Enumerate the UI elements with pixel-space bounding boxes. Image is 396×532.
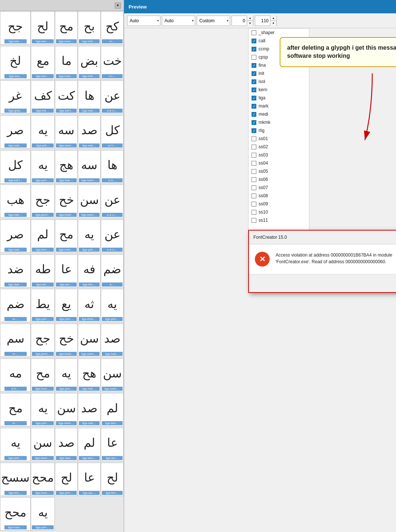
glyph-cell[interactable]: جحliga-jeem... [31, 185, 55, 218]
feature-item[interactable]: ✓kern [249, 86, 309, 94]
glyph-cell[interactable]: عنe-e-n-... [101, 219, 124, 253]
glyph-cell[interactable]: يهliga-yeh-... [78, 219, 101, 253]
glyph-cell[interactable]: ضدliga-dad-... [0, 254, 31, 288]
spinner-up-1[interactable]: ▲ [247, 16, 253, 21]
glyph-cell[interactable]: صدliga-sad-... [78, 393, 101, 426]
glyph-cell[interactable]: ختn-t-... [101, 46, 124, 79]
feature-item[interactable]: ✓medi [249, 110, 309, 118]
glyph-cell[interactable]: كلliga-kaf-l... [0, 150, 31, 184]
glyph-cell[interactable]: مححliga-mee-... [0, 497, 31, 531]
feature-item[interactable]: ss04 [249, 159, 309, 167]
feature-item[interactable]: ss01 [249, 135, 309, 143]
glyph-cell[interactable]: خحliga-khah... [55, 324, 78, 357]
glyph-cell[interactable]: كتliga-kaf-t... [55, 80, 78, 114]
feature-item[interactable]: ✓rlig [249, 126, 309, 135]
feature-item[interactable]: ✓mkmk [249, 118, 309, 126]
glyph-cell[interactable]: لخliga-kha... [0, 46, 31, 79]
glyph-cell[interactable]: هبliga-hah-... [0, 185, 31, 218]
number-input-1[interactable] [232, 17, 247, 24]
glyph-cell[interactable]: كلa-f-l-... [101, 115, 124, 149]
glyph-cell[interactable]: مححliga-mee-... [31, 463, 55, 496]
glyph-cell[interactable]: صرliga-sad-... [0, 219, 31, 253]
glyph-cell[interactable]: ثهliga-theh-... [78, 289, 101, 322]
glyph-cell[interactable]: يهliga-yeh-... [31, 497, 55, 531]
spinner-down-2[interactable]: ▼ [270, 20, 276, 26]
glyph-cell[interactable]: سنliga-seen-... [101, 358, 124, 392]
glyph-cell[interactable]: هجliga-hah-... [55, 150, 78, 184]
glyph-cell[interactable]: يهliga-yeh-... [31, 393, 55, 426]
feature-item[interactable]: ss03 [249, 151, 309, 159]
glyph-cell[interactable]: سنliga-seen-... [78, 324, 101, 357]
glyph-cell[interactable]: يهliga-yeh-... [101, 289, 124, 322]
glyph-cell[interactable]: عاliga-ain-... [55, 254, 78, 288]
glyph-cell[interactable]: جحliga-kaf-... [0, 11, 31, 44]
glyph-cell[interactable]: لمliga-lam-... [101, 393, 124, 426]
number-input-2[interactable] [255, 17, 270, 24]
custom-select[interactable]: Custom Default None [197, 16, 230, 26]
feature-item[interactable]: ss02 [249, 143, 309, 151]
glyph-cell[interactable]: سنliga-seen-... [31, 428, 55, 461]
spinner-down-1[interactable]: ▼ [247, 20, 253, 26]
auto-select-2[interactable]: Auto Manual [162, 16, 195, 26]
glyph-cell[interactable]: سهliga-seen... [55, 115, 78, 149]
glyph-cell[interactable]: صرliga-sad-... [0, 115, 31, 149]
glyph-cell[interactable]: محliga-mee-... [31, 358, 55, 392]
spinner-up-2[interactable]: ▲ [270, 16, 276, 21]
feature-item[interactable]: ✓init [249, 69, 309, 77]
glyph-cell[interactable]: سمm-... [0, 324, 31, 357]
glyph-cell[interactable]: يعliga-yeh-... [55, 289, 78, 322]
feature-item[interactable]: ss07 [249, 184, 309, 192]
glyph-cell[interactable]: محm-... [0, 393, 31, 426]
feature-item[interactable]: _shaper [249, 29, 309, 37]
glyph-cell[interactable]: لحliga-feh-... [101, 463, 124, 496]
glyph-cell[interactable]: فهliga-feh-... [78, 254, 101, 288]
glyph-cell[interactable]: سنliga-seen-... [78, 185, 101, 218]
glyph-cell[interactable]: جحliga-jeem... [31, 324, 55, 357]
glyph-cell[interactable]: عاliga-ain-... [101, 428, 124, 461]
glyph-cell[interactable]: محliga-mee-... [55, 219, 78, 253]
glyph-cell[interactable]: خحliga-khah... [55, 185, 78, 218]
feature-item[interactable]: ✓isol [249, 77, 309, 86]
feature-item[interactable]: ss06 [249, 175, 309, 184]
glyph-cell[interactable]: سنliga-seen-... [55, 393, 78, 426]
glyph-cell[interactable]: عنe-e-n-... [101, 80, 124, 114]
glyph-cell[interactable]: عاliga-ain-... [78, 463, 101, 496]
glyph-cell[interactable]: ماliga-mee-... [55, 46, 78, 79]
glyph-cell[interactable]: هحliga-hah-... [78, 358, 101, 392]
feature-item[interactable]: ✓liga [249, 94, 309, 102]
glyph-cell[interactable]: غرliga-ghai... [0, 80, 31, 114]
glyph-cell[interactable]: بحliga-heh-... [78, 11, 101, 44]
glyph-cell[interactable]: محliga-mee-... [55, 11, 78, 44]
glyph-cell[interactable]: صدliga-sad-... [101, 324, 124, 357]
glyph-cell[interactable]: يهliga-yeh-... [31, 150, 55, 184]
glyph-cell[interactable]: صدliga-sad-... [55, 428, 78, 461]
glyph-cell[interactable]: لحliga-yeh-... [55, 463, 78, 496]
glyph-cell[interactable]: صدliga-sad-... [78, 115, 101, 149]
glyph-cell[interactable]: سهliga-seen-... [78, 150, 101, 184]
glyph-cell[interactable]: يهliga-yeh... [31, 115, 55, 149]
glyph-cell[interactable]: عنe-e-n-... [101, 185, 124, 218]
glyph-cell[interactable]: لمliga-lam-... [78, 428, 101, 461]
glyph-cell[interactable]: هاe-h-... [101, 150, 124, 184]
glyph-cell[interactable]: يهliga-yeh-... [55, 358, 78, 392]
glyph-cell[interactable]: يهliga-yeh-... [0, 428, 31, 461]
glyph-cell[interactable]: كفliga-kaf-... [31, 80, 55, 114]
feature-item[interactable]: ss09 [249, 200, 309, 208]
glyph-cell[interactable]: ضمm-... [0, 289, 31, 322]
glyph-cell[interactable]: لحliga-lam-... [31, 11, 55, 44]
glyph-cell[interactable]: لمliga-lam-... [31, 219, 55, 253]
feature-item[interactable]: ss05 [249, 167, 309, 175]
glyph-cell[interactable]: طهliga-tah-... [31, 254, 55, 288]
glyph-cell[interactable]: سسحliga-feh-... [0, 463, 31, 496]
glyph-cell[interactable]: يطliga-yeh-... [31, 289, 55, 322]
auto-select-1[interactable]: Auto Manual [127, 16, 160, 26]
glyph-cell[interactable]: هاliga-hah-... [78, 80, 101, 114]
glyph-cell[interactable]: مهa-h-... [0, 358, 31, 392]
glyph-cell[interactable]: ضمd-... [101, 254, 124, 288]
feature-item[interactable]: ✓mark [249, 102, 309, 110]
close-panel-button[interactable]: × [115, 3, 121, 9]
glyph-cell[interactable]: معliga-lam-... [31, 46, 55, 79]
feature-item[interactable]: ss08 [249, 192, 309, 200]
glyph-cell[interactable]: بضliga-heh-... [78, 46, 101, 79]
glyph-cell[interactable]: كحm-... [101, 11, 124, 44]
